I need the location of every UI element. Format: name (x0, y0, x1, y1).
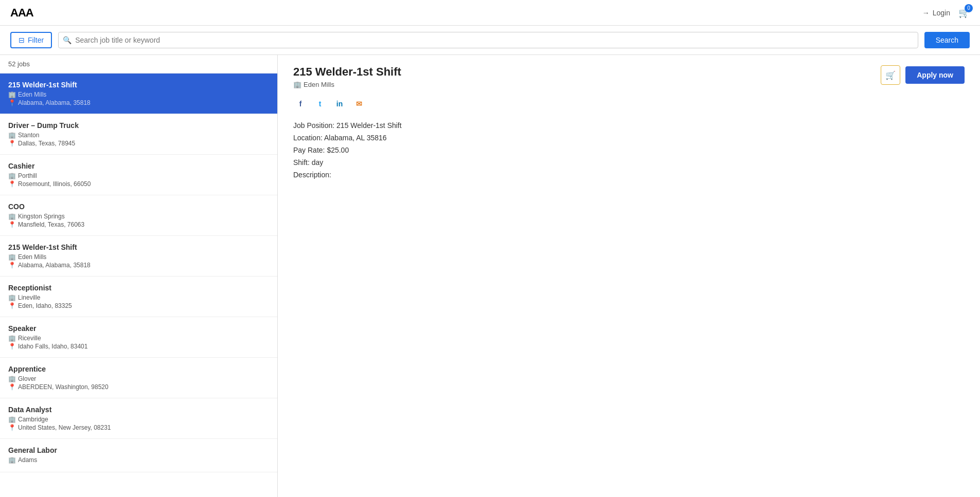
job-card-company: 🏢 Riceville (8, 335, 269, 342)
location-line: Location: Alabama, AL 35816 (293, 134, 965, 142)
job-card-location: 📍 Idaho Falls, Idaho, 83401 (8, 343, 269, 350)
company-name: Eden Mills (304, 81, 334, 88)
location-pin-icon: 📍 (8, 302, 16, 309)
job-card-company: 🏢 Porthill (8, 172, 269, 179)
company-icon: 🏢 (8, 456, 16, 464)
job-card-title: Receptionist (8, 284, 269, 292)
location-pin-icon: 📍 (8, 99, 16, 106)
job-list-item[interactable]: Driver – Dump Truck🏢 Stanton📍 Dallas, Te… (0, 114, 277, 155)
job-card-title: COO (8, 203, 269, 211)
search-button[interactable]: Search (924, 32, 970, 48)
linkedin-icon[interactable]: in (332, 97, 347, 111)
location-label: Location: (293, 134, 323, 142)
job-card-location: 📍 Mansfield, Texas, 76063 (8, 221, 269, 228)
pay-rate-value: $25.00 (327, 146, 349, 154)
company-icon: 🏢 (8, 213, 16, 220)
job-card-location: 📍 Eden, Idaho, 83325 (8, 302, 269, 309)
search-input[interactable] (58, 32, 918, 48)
job-card-company: 🏢 Kingston Springs (8, 213, 269, 220)
social-icons: f t in ✉ (293, 97, 965, 111)
location-pin-icon: 📍 (8, 180, 16, 188)
job-card-company: 🏢 Eden Mills (8, 91, 269, 98)
job-list-item[interactable]: Data Analyst🏢 Cambridge📍 United States, … (0, 398, 277, 439)
header: AAA → Login 🛒 0 (0, 0, 980, 26)
filter-button[interactable]: ⊟ Filter (10, 32, 52, 48)
job-card-location: 📍 Dallas, Texas, 78945 (8, 140, 269, 147)
location-pin-icon: 📍 (8, 140, 16, 147)
job-list-item[interactable]: Apprentice🏢 Glover📍 ABERDEEN, Washington… (0, 358, 277, 398)
job-card-title: Speaker (8, 324, 269, 333)
job-card-location: 📍 Alabama, Alabama, 35818 (8, 99, 269, 106)
job-card-company: 🏢 Lineville (8, 294, 269, 301)
description-line: Description: (293, 171, 965, 179)
description-label: Description: (293, 171, 331, 179)
job-card-company: 🏢 Stanton (8, 132, 269, 139)
company-icon: 🏢 (8, 335, 16, 342)
job-list-item[interactable]: Cashier🏢 Porthill📍 Rosemount, Illinois, … (0, 155, 277, 195)
pay-rate-label: Pay Rate: (293, 146, 325, 154)
job-card-company: 🏢 Eden Mills (8, 253, 269, 261)
job-card-location: 📍 United States, New Jersey, 08231 (8, 424, 269, 431)
company-icon: 🏢 (8, 172, 16, 179)
login-label: Login (933, 9, 950, 17)
job-detail-title: 215 Welder-1st Shift (293, 65, 401, 79)
job-card-location: 📍 ABERDEEN, Washington, 98520 (8, 383, 269, 391)
job-card-location: 📍 Alabama, Alabama, 35818 (8, 262, 269, 269)
search-input-wrap: 🔍 (58, 32, 918, 48)
job-card-title: Apprentice (8, 365, 269, 373)
login-icon: → (922, 9, 930, 17)
job-list-item[interactable]: 215 Welder-1st Shift🏢 Eden Mills📍 Alabam… (0, 73, 277, 114)
login-button[interactable]: → Login (922, 9, 950, 17)
job-detail-company: 🏢 Eden Mills (293, 81, 401, 88)
job-card-company: 🏢 Adams (8, 456, 269, 464)
twitter-icon[interactable]: t (313, 97, 327, 111)
job-position-line: Job Position: 215 Welder-1st Shift (293, 121, 965, 130)
location-pin-icon: 📍 (8, 424, 16, 431)
pay-rate-line: Pay Rate: $25.00 (293, 146, 965, 154)
job-list: 215 Welder-1st Shift🏢 Eden Mills📍 Alabam… (0, 73, 277, 472)
left-panel: 52 jobs 215 Welder-1st Shift🏢 Eden Mills… (0, 55, 278, 497)
company-icon: 🏢 (8, 375, 16, 382)
job-card-title: Cashier (8, 162, 269, 170)
main-layout: 52 jobs 215 Welder-1st Shift🏢 Eden Mills… (0, 55, 980, 497)
facebook-icon[interactable]: f (293, 97, 308, 111)
job-list-item[interactable]: 215 Welder-1st Shift🏢 Eden Mills📍 Alabam… (0, 236, 277, 277)
jobs-count: 52 jobs (0, 55, 277, 73)
location-pin-icon: 📍 (8, 221, 16, 228)
job-list-item[interactable]: COO🏢 Kingston Springs📍 Mansfield, Texas,… (0, 195, 277, 236)
job-list-item[interactable]: Receptionist🏢 Lineville📍 Eden, Idaho, 83… (0, 277, 277, 317)
company-icon: 🏢 (293, 81, 301, 88)
search-icon: 🔍 (63, 36, 72, 44)
cart-button[interactable]: 🛒 0 (958, 7, 970, 19)
job-list-item[interactable]: Speaker🏢 Riceville📍 Idaho Falls, Idaho, … (0, 317, 277, 358)
job-card-title: General Labor (8, 446, 269, 454)
bookmark-button[interactable]: 🛒 (881, 65, 900, 85)
job-card-location: 📍 Rosemount, Illinois, 66050 (8, 180, 269, 188)
company-icon: 🏢 (8, 416, 16, 423)
shift-line: Shift: day (293, 158, 965, 167)
email-icon[interactable]: ✉ (352, 97, 366, 111)
shift-label: Shift: (293, 158, 310, 167)
bookmark-icon: 🛒 (885, 70, 896, 80)
right-panel: 215 Welder-1st Shift 🏢 Eden Mills 🛒 Appl… (278, 55, 980, 497)
job-detail-title-area: 215 Welder-1st Shift 🏢 Eden Mills (293, 65, 401, 88)
job-list-item[interactable]: General Labor🏢 Adams (0, 439, 277, 472)
filter-label: Filter (28, 36, 44, 44)
job-card-title: Data Analyst (8, 406, 269, 414)
location-pin-icon: 📍 (8, 343, 16, 350)
job-card-title: 215 Welder-1st Shift (8, 81, 269, 89)
job-position-value: 215 Welder-1st Shift (336, 121, 402, 130)
company-icon: 🏢 (8, 91, 16, 98)
apply-now-button[interactable]: Apply now (905, 66, 965, 84)
cart-badge: 0 (965, 4, 973, 12)
location-pin-icon: 📍 (8, 383, 16, 391)
company-icon: 🏢 (8, 253, 16, 261)
job-card-company: 🏢 Glover (8, 375, 269, 382)
logo: AAA (10, 6, 33, 20)
shift-value: day (312, 158, 324, 167)
company-icon: 🏢 (8, 132, 16, 139)
job-detail-actions: 🛒 Apply now (881, 65, 965, 85)
job-card-company: 🏢 Cambridge (8, 416, 269, 423)
company-icon: 🏢 (8, 294, 16, 301)
header-right: → Login 🛒 0 (922, 7, 970, 19)
